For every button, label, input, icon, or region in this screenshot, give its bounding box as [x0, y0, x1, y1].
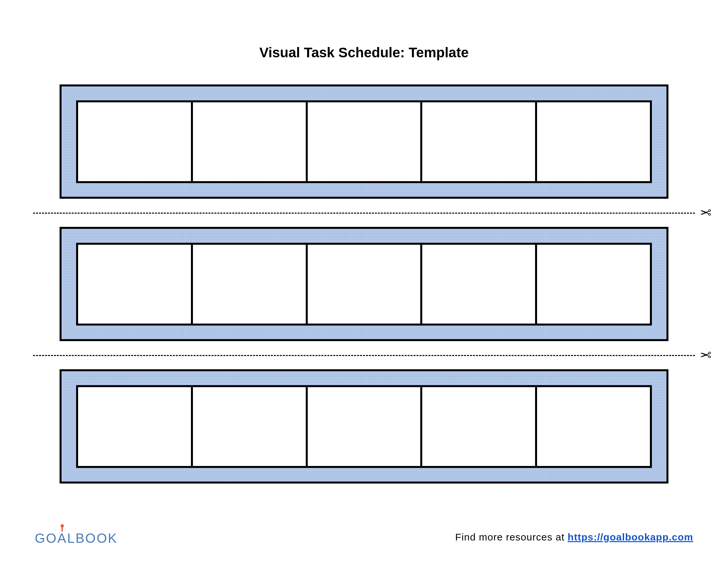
- task-cell: [76, 243, 191, 326]
- logo-a: A: [57, 531, 67, 545]
- task-strip: [60, 227, 668, 341]
- footer: GOALBOOK Find more resources at https://…: [0, 525, 728, 545]
- cut-line: [33, 355, 695, 356]
- cut-line-row: ✂: [0, 199, 728, 227]
- task-cell: [535, 243, 652, 326]
- task-strip: [60, 369, 668, 484]
- cut-line-row: ✂: [0, 341, 728, 369]
- task-cell: [306, 385, 421, 468]
- task-cell: [306, 243, 421, 326]
- resource-line: Find more resources at https://goalbooka…: [455, 532, 693, 543]
- logo-text-after: LBOOK: [67, 532, 118, 545]
- cut-line: [33, 212, 695, 213]
- task-cell: [191, 385, 306, 468]
- task-cell: [306, 100, 421, 183]
- task-strip: [60, 84, 668, 199]
- task-cell: [535, 385, 652, 468]
- logo-a-with-pin: A: [57, 532, 67, 545]
- task-cell: [420, 385, 535, 468]
- task-cell: [76, 100, 191, 183]
- task-cells-row: [76, 243, 652, 326]
- pin-icon: [62, 527, 63, 532]
- resource-prefix: Find more resources at: [455, 532, 568, 542]
- page: Visual Task Schedule: Template ✂: [0, 0, 728, 563]
- task-cell: [420, 100, 535, 183]
- scissors-icon: ✂: [700, 349, 711, 362]
- task-cells-row: [76, 100, 652, 183]
- task-cell: [191, 243, 306, 326]
- task-cell: [535, 100, 652, 183]
- task-cell: [76, 385, 191, 468]
- logo: GOALBOOK: [35, 532, 118, 545]
- logo-text-before: GO: [35, 532, 57, 545]
- task-cell: [420, 243, 535, 326]
- scissors-icon: ✂: [700, 206, 711, 220]
- task-cell: [191, 100, 306, 183]
- resource-link[interactable]: https://goalbookapp.com: [568, 532, 693, 542]
- strips-container: ✂ ✂: [60, 84, 668, 484]
- page-title: Visual Task Schedule: Template: [0, 0, 728, 61]
- task-cells-row: [76, 385, 652, 468]
